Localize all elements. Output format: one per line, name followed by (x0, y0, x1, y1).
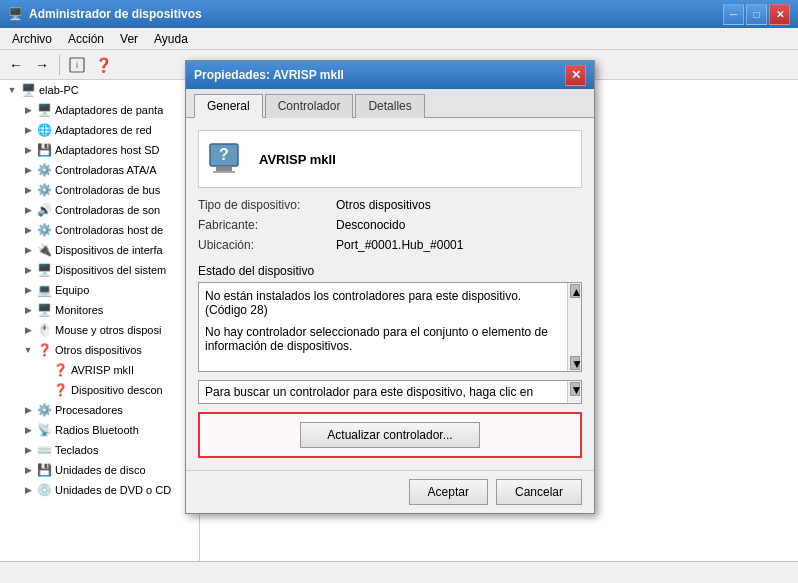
tab-detalles[interactable]: Detalles (355, 94, 424, 118)
sound-icon: 🔊 (36, 202, 52, 218)
menu-ver[interactable]: Ver (112, 30, 146, 48)
status-spacer (205, 317, 559, 325)
expand-icon: ▶ (20, 202, 36, 218)
status-line-1: No están instalados los controladores pa… (205, 289, 559, 303)
buscar-scroll-btn[interactable]: ▼ (570, 382, 580, 396)
tipo-value: Otros dispositivos (336, 198, 582, 212)
tree-label: Adaptadores host SD (55, 144, 160, 156)
menu-accion[interactable]: Acción (60, 30, 112, 48)
properties-button[interactable]: i (65, 53, 89, 77)
menu-archivo[interactable]: Archivo (4, 30, 60, 48)
tree-item-sonido[interactable]: ▶ 🔊 Controladoras de son (0, 200, 199, 220)
dialog-body: ? AVRISP mkII Tipo de dispositivo: Otros… (186, 118, 594, 470)
title-bar-controls: ─ □ ✕ (723, 4, 790, 25)
interface-icon: 🔌 (36, 242, 52, 258)
tree-item-procesadores[interactable]: ▶ ⚙️ Procesadores (0, 400, 199, 420)
tree-item-teclados[interactable]: ▶ ⌨️ Teclados (0, 440, 199, 460)
status-text-box: No están instalados los controladores pa… (198, 282, 582, 372)
tree-item-bluetooth[interactable]: ▶ 📡 Radios Bluetooth (0, 420, 199, 440)
tree-label: Unidades de disco (55, 464, 146, 476)
bluetooth-icon: 📡 (36, 422, 52, 438)
fabricante-value: Desconocido (336, 218, 582, 232)
maximize-button[interactable]: □ (746, 4, 767, 25)
tree-item-host[interactable]: ▶ ⚙️ Controladoras host de (0, 220, 199, 240)
tree-item-sistema[interactable]: ▶ 🖥️ Dispositivos del sistem (0, 260, 199, 280)
expand-icon: ▶ (20, 142, 36, 158)
equipo-icon: 💻 (36, 282, 52, 298)
tree-label: AVRISP mkII (71, 364, 134, 376)
bus-icon: ⚙️ (36, 182, 52, 198)
status-scrollbar[interactable]: ▲ ▼ (567, 283, 581, 371)
update-button-area: Actualizar controlador... (198, 412, 582, 458)
tipo-label: Tipo de dispositivo: (198, 198, 328, 212)
minimize-button[interactable]: ─ (723, 4, 744, 25)
tree-item-bus[interactable]: ▶ ⚙️ Controladoras de bus (0, 180, 199, 200)
accept-button[interactable]: Aceptar (409, 479, 488, 505)
scroll-down-arrow[interactable]: ▼ (570, 356, 580, 370)
tree-label: Adaptadores de red (55, 124, 152, 136)
buscar-scrollbar[interactable]: ▼ (567, 381, 581, 403)
ata-icon: ⚙️ (36, 162, 52, 178)
tree-label: Teclados (55, 444, 98, 456)
ubicacion-value: Port_#0001.Hub_#0001 (336, 238, 582, 252)
tree-item-adaptadores-sd[interactable]: ▶ 💾 Adaptadores host SD (0, 140, 199, 160)
system-icon: 🖥️ (36, 262, 52, 278)
expand-icon: ▶ (20, 422, 36, 438)
tree-label: Radios Bluetooth (55, 424, 139, 436)
properties-dialog: Propiedades: AVRISP mkII ✕ General Contr… (185, 60, 595, 514)
host-icon: ⚙️ (36, 222, 52, 238)
dialog-title: Propiedades: AVRISP mkII (194, 68, 344, 82)
tree-label: Mouse y otros disposi (55, 324, 161, 336)
tree-label: Adaptadores de panta (55, 104, 163, 116)
expand-icon: ▶ (20, 322, 36, 338)
tree-item-otros[interactable]: ▼ ❓ Otros dispositivos (0, 340, 199, 360)
title-bar: 🖥️ Administrador de dispositivos ─ □ ✕ (0, 0, 798, 28)
tree-item-monitores[interactable]: ▶ 🖥️ Monitores (0, 300, 199, 320)
tree-item-equipo[interactable]: ▶ 💻 Equipo (0, 280, 199, 300)
expand-icon: ▶ (20, 102, 36, 118)
tree-label: Controladoras ATA/A (55, 164, 157, 176)
update-controller-button[interactable]: Actualizar controlador... (300, 422, 480, 448)
tree-label: Procesadores (55, 404, 123, 416)
cancel-button[interactable]: Cancelar (496, 479, 582, 505)
network-icon: 🌐 (36, 122, 52, 138)
expand-icon: ▶ (20, 122, 36, 138)
adapter-icon: 🖥️ (36, 102, 52, 118)
tree-item-ata[interactable]: ▶ ⚙️ Controladoras ATA/A (0, 160, 199, 180)
expand-icon: ▶ (20, 282, 36, 298)
scroll-up-arrow[interactable]: ▲ (570, 284, 580, 298)
svg-rect-4 (213, 171, 235, 173)
tree-item-mouse[interactable]: ▶ 🖱️ Mouse y otros disposi (0, 320, 199, 340)
monitor-icon: 🖥️ (36, 302, 52, 318)
svg-text:i: i (76, 60, 78, 70)
tree-item-unidades-disco[interactable]: ▶ 💾 Unidades de disco (0, 460, 199, 480)
expand-otros-icon: ▼ (20, 342, 36, 358)
tree-item-avrisp[interactable]: ❓ AVRISP mkII (0, 360, 199, 380)
tree-item-dvd[interactable]: ▶ 💿 Unidades de DVD o CD (0, 480, 199, 500)
tree-label: Controladoras host de (55, 224, 163, 236)
tree-item-adaptadores-panta[interactable]: ▶ 🖥️ Adaptadores de panta (0, 100, 199, 120)
dialog-title-controls: ✕ (565, 65, 586, 86)
dialog-close-button[interactable]: ✕ (565, 65, 586, 86)
sd-icon: 💾 (36, 142, 52, 158)
computer-icon: 🖥️ (20, 82, 36, 98)
menu-ayuda[interactable]: Ayuda (146, 30, 196, 48)
menu-bar: Archivo Acción Ver Ayuda (0, 28, 798, 50)
status-section-label: Estado del dispositivo (198, 264, 582, 278)
back-button[interactable]: ← (4, 53, 28, 77)
tab-general[interactable]: General (194, 94, 263, 118)
help-button[interactable]: ❓ (91, 53, 115, 77)
tree-item-interfaz[interactable]: ▶ 🔌 Dispositivos de interfa (0, 240, 199, 260)
tree-item-dispositivo-desc[interactable]: ❓ Dispositivo descon (0, 380, 199, 400)
tab-controlador[interactable]: Controlador (265, 94, 354, 118)
close-button[interactable]: ✕ (769, 4, 790, 25)
forward-button[interactable]: → (30, 53, 54, 77)
dvd-icon: 💿 (36, 482, 52, 498)
tree-item-adaptadores-red[interactable]: ▶ 🌐 Adaptadores de red (0, 120, 199, 140)
buscar-text: Para buscar un controlador para este dis… (205, 385, 575, 399)
device-tree[interactable]: ▼ 🖥️ elab-PC ▶ 🖥️ Adaptadores de panta ▶… (0, 80, 200, 561)
desconocido-icon: ❓ (52, 382, 68, 398)
tree-root[interactable]: ▼ 🖥️ elab-PC (0, 80, 199, 100)
expand-icon: ▶ (20, 262, 36, 278)
svg-text:?: ? (219, 146, 229, 163)
